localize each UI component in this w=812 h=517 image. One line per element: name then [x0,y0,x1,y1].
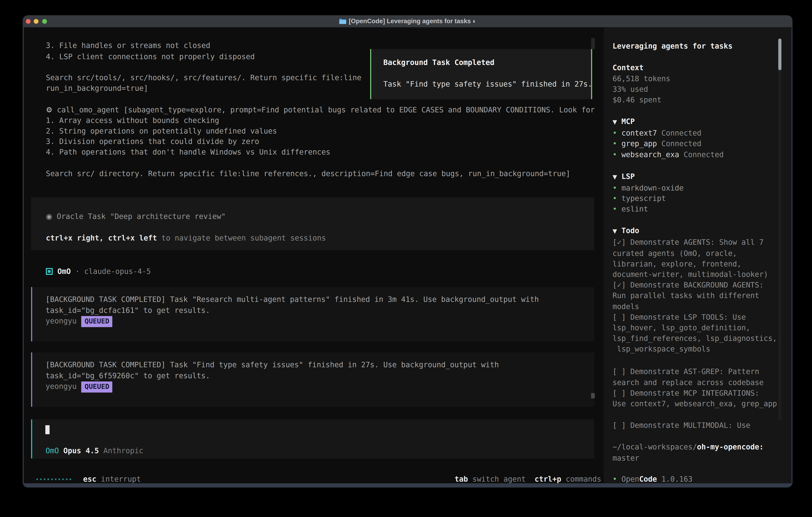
chevron-down-icon: ▼ [613,173,617,180]
context-tokens: 66,518 tokens [613,73,791,84]
chat-line: 2. String operations on potentially unde… [24,126,604,136]
spinner-dots-icon [36,479,71,480]
status-bar-right: tab switch agent ctrl+p commands [455,474,601,483]
folder-icon [339,18,346,24]
window-title-group: [OpenCode] Leveraging agents for tasks ◐ [23,18,792,25]
todo-item-line: [ ] Demonstrate MCP INTEGRATIONS: [613,388,791,398]
chat-line: Search src/ directory. Return specific f… [24,168,604,179]
todo-item-line-active: [ ] Demonstrate LSP TOOLS: Use [613,312,791,322]
todo-item-line: Run parallel tasks with different [613,291,791,301]
username: yeongyu [46,382,77,390]
workspace-path: ~/local-workspaces/oh-my-opencode: [613,442,791,453]
notification-title: Background Task Completed [383,57,591,68]
todo-item-line: document-writer, multimodal-looker) [613,269,791,280]
close-button[interactable] [26,19,31,24]
esc-key-hint: esc [83,474,96,483]
agent-icon [46,268,53,275]
background-task-message[interactable]: [BACKGROUND TASK COMPLETED] Task "Resear… [31,287,594,342]
desktop: [OpenCode] Leveraging agents for tasks ◐… [0,0,812,517]
ctrlp-key-hint: ctrl+p [526,475,561,483]
gear-icon: ⚙ [46,105,53,114]
context-heading: Context [613,62,791,73]
model-selector[interactable]: OmO Opus 4.5 Anthropic [46,445,594,456]
task-message-line: task_id="bg_6f59260c" to get results. [46,370,594,381]
todo-item-line: [ ] Demonstrate AST-GREP: Pattern [613,366,791,377]
status-bar: esc interrupt tab switch agent ctrl+p co… [24,474,601,483]
todo-item-line-active: lsp_workspace_symbols [613,344,791,354]
status-badge: QUEUED [81,316,113,327]
task-message-line: task_id="bg_dcfac161" to get results. [46,305,594,315]
minimize-button[interactable] [34,19,39,24]
scrollbar-track[interactable] [778,39,781,421]
bullet-icon: • [613,475,621,483]
todo-item-line: models [613,301,791,312]
oracle-task-card[interactable]: ◉ Oracle Task "Deep architecture review"… [31,197,594,250]
context-spent: $0.46 spent [613,94,791,105]
scrollbar-thumb[interactable] [591,393,595,399]
background-task-message[interactable]: [BACKGROUND TASK COMPLETED] Task "Find t… [31,353,594,407]
terminal-window: [OpenCode] Leveraging agents for tasks ◐… [23,16,792,488]
app-version: • OpenCode 1.0.163 [613,474,791,483]
notification-body: Task "Find type safety issues" finished … [383,79,591,89]
todo-item-line-active: lsp_hover, lsp_goto_definition, [613,323,791,333]
scrollbar-thumb[interactable] [591,38,595,49]
titlebar[interactable]: [OpenCode] Leveraging agents for tasks ◐ [23,16,792,28]
prompt-input[interactable]: OmO Opus 4.5 Anthropic [31,419,594,459]
bullet-icon: • [613,205,621,213]
context-used: 33% used [613,84,791,94]
lsp-item: • typescript [613,193,791,204]
mcp-item: • grep_app Connected [613,138,791,149]
agent-name: OmO [58,266,71,277]
input-provider: Anthropic [99,446,143,455]
tool-call-line: ⚙ call_omo_agent [subagent_type=explore,… [24,104,604,115]
toast-notification[interactable]: Background Task Completed Task "Find typ… [370,49,592,99]
record-icon: ◉ [46,212,52,221]
terminal-content: 3. File handles or streams not closed 4.… [24,27,791,483]
input-model-name: Opus 4.5 [59,446,99,455]
window-title: [OpenCode] Leveraging agents for tasks ◐ [349,18,476,25]
zoom-button[interactable] [42,19,47,24]
bullet-icon: • [613,150,621,159]
mcp-section-header[interactable]: ▼ MCP [613,116,791,128]
chat-line: 3. Division operations that could divide… [24,136,604,147]
status-badge: QUEUED [81,381,113,392]
todo-section-header[interactable]: ▼ Todo [613,225,791,237]
todo-item-line: curated agents (OmO, oracle, [613,248,791,258]
session-title: Leveraging agents for tasks [613,41,791,51]
scrollbar-thumb[interactable] [778,39,781,70]
lsp-section-header[interactable]: ▼ LSP [613,171,791,183]
esc-key-label: interrupt [96,474,141,483]
lsp-item: • markdown-oxide [613,183,791,193]
todo-item-line: search and replace across codebase [613,377,791,388]
task-message-meta: yeongyuQUEUED [46,381,594,393]
todo-item-line: Use context7, websearch_exa, grep_app [613,399,791,409]
task-message-meta: yeongyuQUEUED [46,315,594,327]
agent-model: claude-opus-4-5 [84,266,151,277]
tab-key-hint: tab [455,475,468,483]
chevron-down-icon: ▼ [613,228,617,235]
chat-line: 1. Array access without bounds checking [24,115,604,126]
chevron-down-icon: ▼ [613,119,617,126]
keyboard-shortcut: ctrl+x right, ctrl+x left [46,234,157,242]
chat-line: 4. Path operations that don't handle Win… [24,147,604,158]
agent-separator: · [71,266,84,277]
traffic-lights [26,19,47,24]
mcp-item: • websearch_exa Connected [613,149,791,160]
username: yeongyu [46,317,77,325]
oracle-task-title: ◉ Oracle Task "Deep architecture review" [46,211,594,222]
agent-session-header[interactable]: OmO · claude-opus-4-5 [24,266,604,277]
oracle-task-hint: ctrl+x right, ctrl+x left to navigate be… [46,233,594,243]
task-message-line: [BACKGROUND TASK COMPLETED] Task "Find t… [46,359,594,370]
ctrlp-key-label: commands [561,475,601,483]
todo-item-line: [✓] Demonstrate AGENTS: Show all 7 [613,237,791,248]
todo-item-line: librarian, explore, frontend, [613,258,791,269]
todo-item-line: [✓] Demonstrate BACKGROUND AGENTS: [613,280,791,290]
input-agent-name: OmO [46,446,59,455]
session-sidebar: Leveraging agents for tasks Context 66,5… [604,27,791,483]
lsp-item: • eslint [613,204,791,214]
text-cursor [46,426,50,434]
todo-item-line-active: lsp_find_references, lsp_diagnostics, [613,333,791,344]
bullet-icon: • [613,140,621,148]
task-message-line: [BACKGROUND TASK COMPLETED] Task "Resear… [46,294,594,305]
tab-key-label: switch agent [468,475,526,483]
